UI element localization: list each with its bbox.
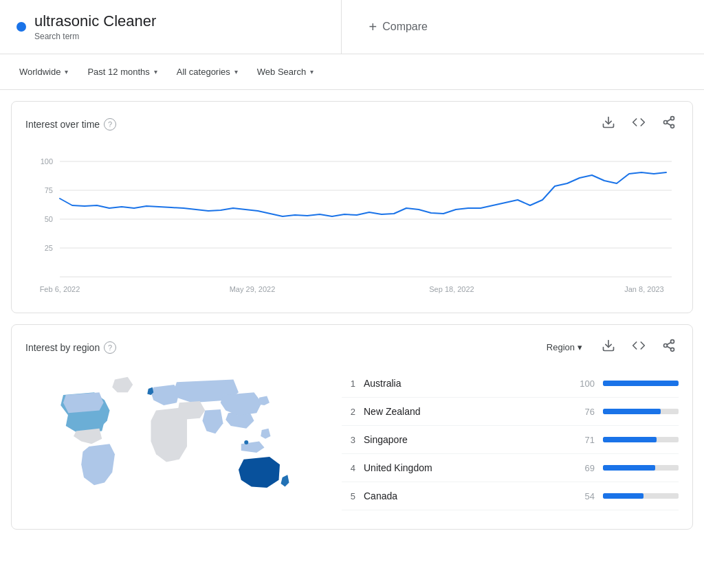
canada-map bbox=[63, 392, 104, 413]
middle-east-map bbox=[178, 401, 206, 420]
interest-by-region-actions: Region ▾ bbox=[541, 336, 679, 359]
svg-text:Feb 6, 2022: Feb 6, 2022 bbox=[40, 285, 80, 293]
india-map bbox=[203, 409, 223, 433]
download-button[interactable] bbox=[599, 113, 618, 135]
interest-over-time-title: Interest over time bbox=[25, 119, 100, 130]
ranking-row[interactable]: 2 New Zealand 76 bbox=[342, 398, 679, 426]
rank-bar bbox=[603, 465, 655, 471]
ranking-row[interactable]: 4 United Kingdom 69 bbox=[342, 454, 679, 482]
rank-value: 76 bbox=[570, 407, 595, 417]
rank-number: 3 bbox=[342, 435, 355, 445]
rank-country-name: New Zealand bbox=[364, 406, 562, 417]
region-content: 1 Australia 100 2 New Zealand 76 3 Singa… bbox=[12, 364, 692, 529]
embed-button[interactable] bbox=[629, 113, 648, 135]
filters-bar: Worldwide ▾ Past 12 months ▾ All categor… bbox=[0, 54, 704, 90]
chart-svg: 100 75 50 25 Feb 6, 2022 May 29, 2022 Se… bbox=[25, 148, 679, 299]
share-button[interactable] bbox=[659, 113, 679, 135]
svg-text:75: 75 bbox=[45, 186, 53, 194]
worldwide-filter[interactable]: Worldwide ▾ bbox=[11, 63, 76, 81]
rank-bar-container bbox=[603, 465, 679, 471]
time-chevron-icon: ▾ bbox=[154, 68, 157, 76]
rank-country-name: Canada bbox=[364, 490, 562, 501]
categories-label: All categories bbox=[177, 67, 230, 77]
rank-number: 1 bbox=[342, 378, 355, 389]
rank-value: 54 bbox=[570, 491, 595, 501]
south-america-map bbox=[81, 444, 115, 485]
interest-over-time-section: Interest over time ? bbox=[11, 101, 693, 313]
compare-plus-icon: + bbox=[369, 19, 377, 35]
rank-country-name: United Kingdom bbox=[364, 462, 562, 473]
compare-section: + Compare bbox=[342, 0, 705, 54]
interest-by-region-title: Interest by region bbox=[25, 342, 100, 353]
map-svg bbox=[25, 364, 328, 508]
svg-line-23 bbox=[667, 346, 671, 348]
compare-label: Compare bbox=[382, 21, 428, 33]
region-select-button[interactable]: Region ▾ bbox=[541, 339, 588, 355]
interest-over-time-header: Interest over time ? bbox=[12, 102, 692, 141]
svg-line-5 bbox=[667, 119, 671, 121]
categories-filter[interactable]: All categories ▾ bbox=[168, 63, 246, 81]
svg-text:Sep 18, 2022: Sep 18, 2022 bbox=[429, 285, 474, 293]
rank-bar-container bbox=[603, 409, 679, 414]
ranking-row[interactable]: 3 Singapore 71 bbox=[342, 426, 679, 454]
time-period-label: Past 12 months bbox=[87, 67, 149, 77]
search-type-filter[interactable]: Web Search ▾ bbox=[249, 63, 322, 81]
rank-country-name: Australia bbox=[364, 378, 562, 389]
region-filter: Region ▾ bbox=[541, 339, 588, 355]
ranking-row[interactable]: 1 Australia 100 bbox=[342, 370, 679, 398]
philippines-map bbox=[261, 429, 270, 439]
worldwide-chevron-icon: ▾ bbox=[65, 68, 68, 76]
rank-bar-container bbox=[603, 381, 679, 386]
singapore-map bbox=[244, 440, 248, 444]
rank-number: 4 bbox=[342, 463, 355, 473]
svg-text:Jan 8, 2023: Jan 8, 2023 bbox=[624, 285, 664, 293]
interest-by-region-header: Interest by region ? Region ▾ bbox=[12, 325, 692, 364]
nz-map bbox=[281, 475, 289, 486]
interest-over-time-actions bbox=[599, 113, 679, 135]
svg-text:100: 100 bbox=[41, 157, 53, 166]
search-term-title: ultrasonic Cleaner bbox=[34, 12, 156, 30]
japan-map bbox=[258, 396, 270, 406]
interest-by-region-section: Interest by region ? Region ▾ bbox=[11, 324, 693, 530]
rank-number: 5 bbox=[342, 491, 355, 501]
greenland-map bbox=[112, 377, 133, 393]
rank-country-name: Singapore bbox=[364, 434, 562, 445]
ranking-row[interactable]: 5 Canada 54 bbox=[342, 482, 679, 510]
rank-bar-container bbox=[603, 493, 679, 499]
region-chevron-icon: ▾ bbox=[578, 342, 582, 352]
chart-container: 100 75 50 25 Feb 6, 2022 May 29, 2022 Se… bbox=[12, 141, 692, 313]
svg-line-24 bbox=[667, 342, 671, 344]
interest-over-time-help-icon[interactable]: ? bbox=[104, 118, 116, 131]
china-map bbox=[221, 392, 262, 416]
rank-bar bbox=[603, 493, 644, 499]
search-type-label: Web Search bbox=[257, 67, 306, 77]
region-label: Region bbox=[547, 342, 575, 352]
search-term-section: ultrasonic Cleaner Search term bbox=[0, 0, 342, 54]
australia-map bbox=[239, 457, 280, 488]
rank-value: 69 bbox=[570, 463, 595, 473]
term-dot-icon bbox=[16, 22, 26, 32]
svg-text:50: 50 bbox=[45, 215, 53, 223]
rankings-list: 1 Australia 100 2 New Zealand 76 3 Singa… bbox=[342, 364, 679, 515]
svg-text:25: 25 bbox=[45, 244, 53, 252]
categories-chevron-icon: ▾ bbox=[234, 68, 238, 76]
rank-value: 100 bbox=[570, 378, 595, 389]
chart-area: 100 75 50 25 Feb 6, 2022 May 29, 2022 Se… bbox=[25, 148, 679, 299]
world-map bbox=[25, 364, 328, 515]
region-download-button[interactable] bbox=[599, 336, 618, 359]
time-period-filter[interactable]: Past 12 months ▾ bbox=[79, 63, 165, 81]
svg-text:May 29, 2022: May 29, 2022 bbox=[230, 285, 276, 293]
svg-line-4 bbox=[667, 123, 671, 125]
search-term-subtitle: Search term bbox=[34, 32, 156, 41]
worldwide-label: Worldwide bbox=[19, 67, 60, 77]
rank-number: 2 bbox=[342, 407, 355, 417]
interest-by-region-help-icon[interactable]: ? bbox=[104, 341, 116, 354]
header: ultrasonic Cleaner Search term + Compare bbox=[0, 0, 704, 54]
rank-bar bbox=[603, 381, 679, 386]
rank-bar-container bbox=[603, 437, 679, 442]
rank-bar bbox=[603, 409, 661, 414]
region-share-button[interactable] bbox=[659, 336, 679, 359]
region-embed-button[interactable] bbox=[629, 336, 648, 359]
compare-button[interactable]: + Compare bbox=[369, 19, 428, 35]
search-type-chevron-icon: ▾ bbox=[310, 68, 314, 76]
